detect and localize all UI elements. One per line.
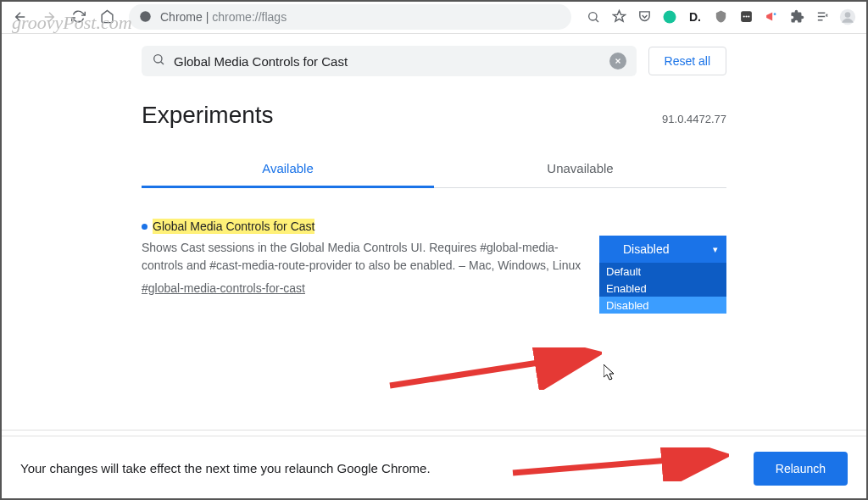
dropdown-option-disabled[interactable]: Disabled bbox=[599, 297, 726, 314]
watermark-text: groovyPost.com bbox=[12, 12, 132, 34]
dropdown-options-list: Default Enabled Disabled bbox=[599, 263, 726, 314]
version-text: 91.0.4472.77 bbox=[662, 113, 726, 125]
annotation-arrow-icon bbox=[386, 347, 602, 390]
annotation-arrow-icon bbox=[509, 447, 729, 481]
tab-available[interactable]: Available bbox=[142, 151, 434, 188]
svg-point-0 bbox=[140, 11, 151, 22]
extension-shield-icon[interactable] bbox=[712, 8, 729, 25]
bookmark-icon[interactable] bbox=[610, 8, 627, 25]
svg-line-12 bbox=[513, 456, 721, 473]
svg-point-5 bbox=[745, 15, 747, 17]
relaunch-bar: Your changes will take effect the next t… bbox=[0, 436, 868, 500]
tab-unavailable[interactable]: Unavailable bbox=[434, 151, 726, 187]
svg-point-9 bbox=[845, 12, 851, 18]
extension-d-icon[interactable]: D. bbox=[687, 8, 704, 25]
flag-hash-link[interactable]: #global-media-controls-for-cast bbox=[142, 281, 305, 295]
clear-search-button[interactable] bbox=[609, 53, 626, 69]
svg-point-6 bbox=[748, 15, 749, 17]
reset-all-button[interactable]: Reset all bbox=[648, 47, 726, 75]
svg-point-10 bbox=[154, 55, 162, 63]
relaunch-message: Your changes will take effect the next t… bbox=[20, 461, 431, 475]
flag-state-dropdown[interactable]: Disabled ▾ bbox=[599, 236, 726, 263]
mouse-cursor-icon bbox=[604, 364, 617, 381]
tabs: Available Unavailable bbox=[142, 151, 726, 188]
svg-point-4 bbox=[743, 15, 744, 17]
flag-title: Global Media Controls for Cast bbox=[153, 219, 314, 234]
dropdown-option-enabled[interactable]: Enabled bbox=[599, 280, 726, 297]
pocket-icon[interactable] bbox=[636, 8, 653, 25]
extensions-icon[interactable] bbox=[788, 8, 805, 25]
address-bar[interactable]: Chrome | chrome://flags bbox=[129, 4, 571, 30]
search-input[interactable]: Global Media Controls for Cast bbox=[174, 54, 609, 69]
svg-point-1 bbox=[589, 12, 597, 19]
extension-grammarly-icon[interactable] bbox=[661, 8, 678, 25]
profile-avatar[interactable] bbox=[839, 8, 856, 25]
svg-point-2 bbox=[664, 10, 676, 23]
svg-line-11 bbox=[390, 354, 593, 386]
site-info-icon[interactable] bbox=[139, 10, 152, 23]
reading-list-icon[interactable] bbox=[814, 8, 831, 25]
extension-dots-icon[interactable] bbox=[737, 8, 754, 25]
chevron-down-icon: ▾ bbox=[713, 244, 718, 255]
zoom-icon[interactable] bbox=[585, 8, 602, 25]
dropdown-option-default[interactable]: Default bbox=[599, 263, 726, 280]
search-icon bbox=[152, 53, 165, 69]
modified-dot-icon bbox=[142, 224, 147, 230]
extension-megaphone-icon[interactable] bbox=[763, 8, 780, 25]
address-text: Chrome | chrome://flags bbox=[160, 10, 287, 24]
dropdown-selected-value: Disabled bbox=[623, 242, 669, 256]
flags-search-box[interactable]: Global Media Controls for Cast bbox=[142, 46, 637, 76]
flag-description: Shows Cast sessions in the Global Media … bbox=[142, 239, 582, 275]
relaunch-button[interactable]: Relaunch bbox=[754, 452, 848, 486]
page-title: Experiments bbox=[142, 102, 274, 129]
svg-point-7 bbox=[773, 13, 776, 15]
toolbar-actions: D. bbox=[581, 8, 860, 25]
